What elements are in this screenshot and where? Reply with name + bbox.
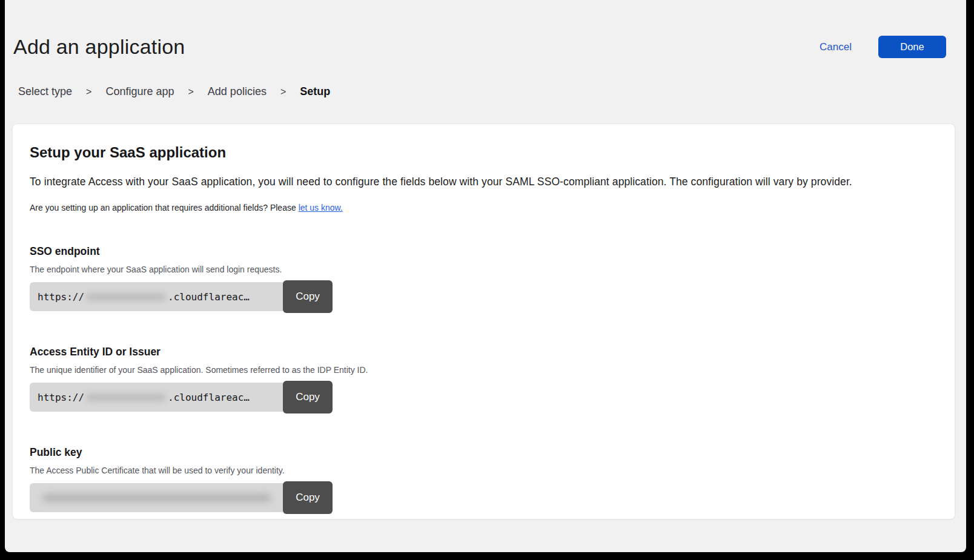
code-row: Copy xyxy=(30,481,936,514)
redacted-value xyxy=(86,293,166,301)
field-label: SSO endpoint xyxy=(30,245,936,258)
field-description: The unique identifier of your SaaS appli… xyxy=(30,365,936,375)
note-text: Are you setting up an application that r… xyxy=(30,203,299,212)
code-row: https:// .cloudflareac… Copy xyxy=(30,280,936,313)
breadcrumb-step-configure-app[interactable]: Configure app xyxy=(105,85,174,98)
done-button[interactable]: Done xyxy=(878,36,946,58)
card-heading: Setup your SaaS application xyxy=(30,144,936,161)
field-label: Public key xyxy=(30,446,936,459)
setup-card: Setup your SaaS application To integrate… xyxy=(12,124,955,519)
breadcrumb-step-select-type[interactable]: Select type xyxy=(18,85,72,98)
field-label: Access Entity ID or Issuer xyxy=(30,346,936,358)
access-entity-id-value: https:// .cloudflareac… xyxy=(30,383,284,412)
field-access-entity-id: Access Entity ID or Issuer The unique id… xyxy=(30,346,936,413)
let-us-know-link[interactable]: let us know. xyxy=(299,203,343,212)
page-header: Add an application Cancel Done xyxy=(5,0,966,59)
copy-sso-endpoint-button[interactable]: Copy xyxy=(283,280,333,313)
app-window: Add an application Cancel Done Select ty… xyxy=(5,0,966,552)
card-note: Are you setting up an application that r… xyxy=(30,203,936,212)
card-intro-text: To integrate Access with your SaaS appli… xyxy=(30,176,936,188)
wizard-breadcrumb: Select type > Configure app > Add polici… xyxy=(5,59,966,98)
field-description: The Access Public Certificate that will … xyxy=(30,466,936,475)
redacted-value xyxy=(86,394,166,401)
breadcrumb-step-setup-current: Setup xyxy=(300,85,330,98)
code-row: https:// .cloudflareac… Copy xyxy=(30,381,936,413)
value-prefix: https:// xyxy=(38,392,84,403)
field-public-key: Public key The Access Public Certificate… xyxy=(30,446,936,514)
value-suffix: .cloudflareac… xyxy=(168,291,250,303)
field-description: The endpoint where your SaaS application… xyxy=(30,265,936,274)
copy-public-key-button[interactable]: Copy xyxy=(283,481,333,514)
value-suffix: .cloudflareac… xyxy=(168,392,250,403)
breadcrumb-separator: > xyxy=(188,87,194,97)
public-key-value xyxy=(30,483,284,512)
breadcrumb-step-add-policies[interactable]: Add policies xyxy=(208,85,267,98)
breadcrumb-separator: > xyxy=(280,87,286,97)
copy-access-entity-id-button[interactable]: Copy xyxy=(283,381,333,413)
value-prefix: https:// xyxy=(38,291,84,303)
redacted-value xyxy=(42,494,271,502)
field-sso-endpoint: SSO endpoint The endpoint where your Saa… xyxy=(30,245,936,313)
cancel-button[interactable]: Cancel xyxy=(820,41,852,53)
breadcrumb-separator: > xyxy=(86,87,91,97)
page-title: Add an application xyxy=(13,35,185,59)
sso-endpoint-value: https:// .cloudflareac… xyxy=(30,282,284,311)
header-actions: Cancel Done xyxy=(820,36,946,58)
